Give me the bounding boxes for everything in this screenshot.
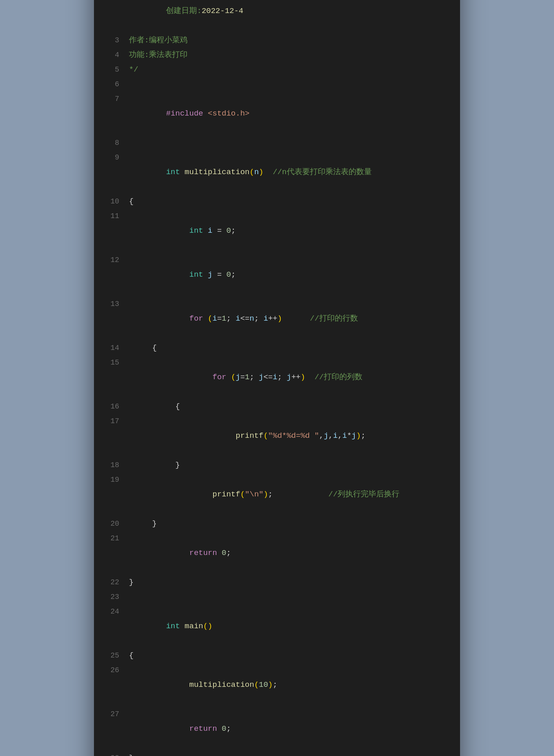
line-number: 24 xyxy=(106,604,119,619)
code-line-28: 28 } xyxy=(94,751,460,756)
code-line-8: 8 xyxy=(94,135,460,150)
keyword-for: for xyxy=(212,373,226,382)
line-number: 22 xyxy=(106,575,119,590)
line-number: 6 xyxy=(106,77,119,92)
code-content: { xyxy=(129,399,180,414)
comment-date: 2022-12-4 xyxy=(202,7,244,15)
code-content: } xyxy=(129,458,180,472)
code-content: 创建日期:2022-12-4 xyxy=(129,0,243,33)
code-content: return 0; xyxy=(129,531,231,575)
code-content: 作者:编程小菜鸡 xyxy=(129,33,188,48)
func-main: main xyxy=(185,622,203,631)
line-number: 26 xyxy=(106,663,119,677)
line-number: 16 xyxy=(106,399,119,414)
code-line-24: 24 int main() xyxy=(94,604,460,648)
func-printf: printf xyxy=(236,431,263,440)
line-number: 19 xyxy=(106,472,119,487)
line-number: 13 xyxy=(106,297,119,311)
code-line-25: 25 { xyxy=(94,648,460,663)
code-content: int j = 0; xyxy=(129,253,236,297)
code-content: } xyxy=(129,751,133,756)
keyword-int: int xyxy=(166,168,180,177)
code-content: multiplication(10); xyxy=(129,663,277,707)
num-10: 10 xyxy=(259,680,268,689)
inline-comment: //n代表要打印乘法表的数量 xyxy=(273,168,372,177)
line-number: 28 xyxy=(106,751,119,756)
num-0: 0 xyxy=(226,270,231,279)
code-window: 1 /* 2 创建日期:2022-12-4 3 作者:编程小菜鸡 4 功能:乘法… xyxy=(94,0,460,756)
line-number: 4 xyxy=(106,48,119,62)
keyword-for: for xyxy=(189,314,203,323)
var-i: i xyxy=(208,226,212,235)
line-number: 14 xyxy=(106,341,119,355)
code-line-19: 19 printf("\n"); //列执行完毕后换行 xyxy=(94,472,460,516)
line-number: 21 xyxy=(106,531,119,546)
code-line-12: 12 int j = 0; xyxy=(94,253,460,297)
line-number: 18 xyxy=(106,458,119,472)
inline-comment: //列执行完毕后换行 xyxy=(328,490,399,499)
func-printf: printf xyxy=(212,490,240,499)
inline-comment: //打印的列数 xyxy=(314,373,362,382)
code-line-21: 21 return 0; xyxy=(94,531,460,575)
num-0: 0 xyxy=(222,548,226,557)
code-content: return 0; xyxy=(129,707,231,751)
line-number: 8 xyxy=(106,135,119,150)
line-number: 11 xyxy=(106,209,119,223)
code-line-6: 6 xyxy=(94,77,460,92)
code-line-27: 27 return 0; xyxy=(94,707,460,751)
code-content: int i = 0; xyxy=(129,209,236,253)
keyword-int: int xyxy=(189,270,203,279)
code-line-5: 5 */ xyxy=(94,62,460,77)
line-number: 10 xyxy=(106,194,119,209)
num-0: 0 xyxy=(222,724,226,733)
line-number: 15 xyxy=(106,355,119,370)
code-content: printf("%d*%d=%d ",j,i,i*j); xyxy=(129,414,366,458)
line-number: 9 xyxy=(106,150,119,165)
num-0: 0 xyxy=(226,226,231,235)
line-number: 2 xyxy=(106,0,119,4)
code-content: 功能:乘法表打印 xyxy=(129,48,188,62)
inline-comment: //打印的行数 xyxy=(310,314,358,323)
code-line-16: 16 { xyxy=(94,399,460,414)
code-area: 1 /* 2 创建日期:2022-12-4 3 作者:编程小菜鸡 4 功能:乘法… xyxy=(94,0,460,756)
code-content: printf("\n"); //列执行完毕后换行 xyxy=(129,472,399,516)
keyword-return: return xyxy=(189,548,217,557)
code-line-2: 2 创建日期:2022-12-4 xyxy=(94,0,460,33)
code-line-14: 14 { xyxy=(94,341,460,355)
code-line-9: 9 int multiplication(n) //n代表要打印乘法表的数量 xyxy=(94,150,460,194)
keyword-return: return xyxy=(189,724,217,733)
code-line-13: 13 for (i=1; i<=n; i++) //打印的行数 xyxy=(94,297,460,341)
keyword-include: #include xyxy=(166,109,203,118)
code-line-7: 7 #include <stdio.h> xyxy=(94,92,460,135)
var-j: j xyxy=(208,270,212,279)
line-number: 5 xyxy=(106,62,119,77)
code-line-10: 10 { xyxy=(94,194,460,209)
line-number: 3 xyxy=(106,33,119,48)
string-format: "%d*%d=%d " xyxy=(268,431,319,440)
code-line-15: 15 for (j=1; j<=i; j++) //打印的列数 xyxy=(94,355,460,399)
line-number: 17 xyxy=(106,414,119,428)
func-name: multiplication xyxy=(185,168,250,177)
line-number: 25 xyxy=(106,648,119,663)
keyword-int: int xyxy=(189,226,203,235)
code-content: } xyxy=(129,516,157,531)
keyword-int: int xyxy=(166,622,180,631)
code-line-23: 23 xyxy=(94,590,460,604)
code-content: for (j=1; j<=i; j++) //打印的列数 xyxy=(129,355,362,399)
line-number: 27 xyxy=(106,707,119,721)
code-content: */ xyxy=(129,62,138,77)
code-line-26: 26 multiplication(10); xyxy=(94,663,460,707)
code-content: { xyxy=(129,648,133,663)
code-line-18: 18 } xyxy=(94,458,460,472)
code-line-3: 3 作者:编程小菜鸡 xyxy=(94,33,460,48)
code-line-17: 17 printf("%d*%d=%d ",j,i,i*j); xyxy=(94,414,460,458)
line-number: 23 xyxy=(106,590,119,604)
string-newline: "\n" xyxy=(245,490,264,499)
code-content: int main() xyxy=(129,604,212,648)
code-line-4: 4 功能:乘法表打印 xyxy=(94,48,460,62)
line-number: 20 xyxy=(106,516,119,531)
func-multiplication-call: multiplication xyxy=(189,680,254,689)
comment-label: 创建日期: xyxy=(166,7,201,15)
code-content: for (i=1; i<=n; i++) //打印的行数 xyxy=(129,297,358,341)
header-file: <stdio.h> xyxy=(208,109,250,118)
